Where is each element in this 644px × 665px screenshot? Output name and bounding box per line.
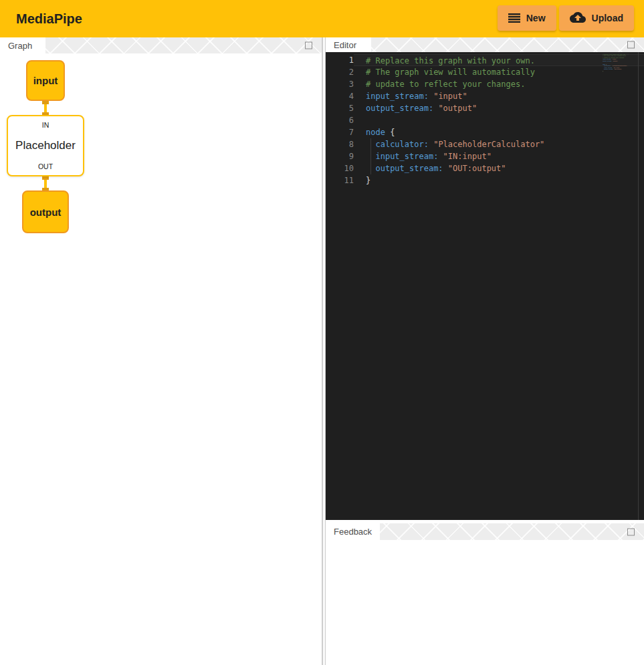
feedback-body [326,540,644,665]
code-line-6[interactable]: 6 [326,114,644,126]
line-number: 3 [326,78,354,90]
line-number: 1 [326,54,354,66]
code-line-content: node { [354,126,644,138]
code-line-content: output_stream: "output" [354,102,644,114]
code-editor[interactable]: 1# Replace this graph with your own.2# T… [326,52,644,520]
maximize-icon[interactable] [627,528,635,535]
graph-node-placeholder[interactable]: IN Placeholder OUT [7,115,84,176]
code-line-2[interactable]: 2# The graph view will automatically [326,66,644,78]
overview-ruler [638,52,639,520]
line-number: 10 [326,162,354,174]
code-line-content: output_stream: "OUT:output" [354,162,644,174]
app-header: MediaPipe New [0,0,644,37]
line-number: 4 [326,90,354,102]
code-line-content: calculator: "PlaceholderCalculator" [354,138,644,150]
line-number: 6 [326,114,354,126]
tab-editor[interactable]: Editor [326,37,371,52]
code-line-8[interactable]: 8 calculator: "PlaceholderCalculator" [326,138,644,150]
code-line-content: input_stream: "IN:input" [354,150,644,162]
line-number: 11 [326,174,354,186]
upload-button[interactable]: Upload [559,5,634,31]
code-line-content: } [354,174,644,186]
graph-tabstrip: Graph [0,37,322,53]
new-button[interactable]: New [498,5,556,31]
editor-minimap[interactable]: # Replace this graph with your own.# The… [603,53,629,84]
upload-button-label: Upload [592,13,623,23]
maximize-icon[interactable] [305,42,312,49]
placeholder-out-label: OUT [38,162,53,170]
graph-canvas[interactable]: input IN Placeholder OUT output [0,53,322,665]
placeholder-in-label: IN [42,121,49,129]
code-line-5[interactable]: 5output_stream: "output" [326,102,644,114]
graph-node-input[interactable]: input [26,60,65,101]
code-line-7[interactable]: 7node { [326,126,644,138]
graph-panel: Graph input IN Placeholder OUT output [0,37,322,665]
line-number: 9 [326,150,354,162]
code-line-4[interactable]: 4input_stream: "input" [326,90,644,102]
line-number: 7 [326,126,354,138]
editor-tabstrip: Editor [326,37,644,52]
header-actions: New Upload [498,5,634,31]
placeholder-title: Placeholder [15,139,76,152]
code-line-11[interactable]: 11} [326,174,644,186]
tab-graph-label: Graph [8,41,32,51]
code-line-3[interactable]: 3# update to reflect your changes. [326,78,644,90]
editor-panel: Editor 1# Replace this graph with your o… [326,37,644,520]
code-line-10[interactable]: 10 output_stream: "OUT:output" [326,162,644,174]
tab-editor-label: Editor [334,40,356,50]
code-line-content: input_stream: "input" [354,90,644,102]
maximize-icon[interactable] [627,41,635,49]
graph-node-input-label: input [33,75,58,86]
code-line-1[interactable]: 1# Replace this graph with your own. [326,54,644,66]
graph-node-output-label: output [30,207,62,218]
feedback-panel: Feedback [326,523,644,665]
mediapipe-visualizer: MediaPipe New [0,0,644,665]
code-line-content: # Replace this graph with your own. [354,54,644,66]
code-lines: 1# Replace this graph with your own.2# T… [326,54,644,186]
app-title: MediaPipe [16,11,82,27]
code-line-11: } [603,70,629,72]
code-line-content: # The graph view will automatically [354,66,644,78]
code-line-9[interactable]: 9 input_stream: "IN:input" [326,150,644,162]
cloud-upload-icon [570,12,586,24]
minimap-content: # Replace this graph with your own.# The… [603,53,629,72]
line-number: 5 [326,102,354,114]
tab-graph[interactable]: Graph [0,37,45,53]
graph-node-output[interactable]: output [22,190,69,233]
code-line-content: } [603,70,629,72]
tab-feedback-label: Feedback [334,527,372,537]
feedback-tabstrip: Feedback [326,523,644,540]
line-number: 2 [326,66,354,78]
line-number: 8 [326,138,354,150]
code-line-content: # update to reflect your changes. [354,78,644,90]
menu-lines-icon [508,13,520,23]
tab-feedback[interactable]: Feedback [326,523,380,540]
code-line-content [354,114,644,126]
new-button-label: New [526,13,546,23]
